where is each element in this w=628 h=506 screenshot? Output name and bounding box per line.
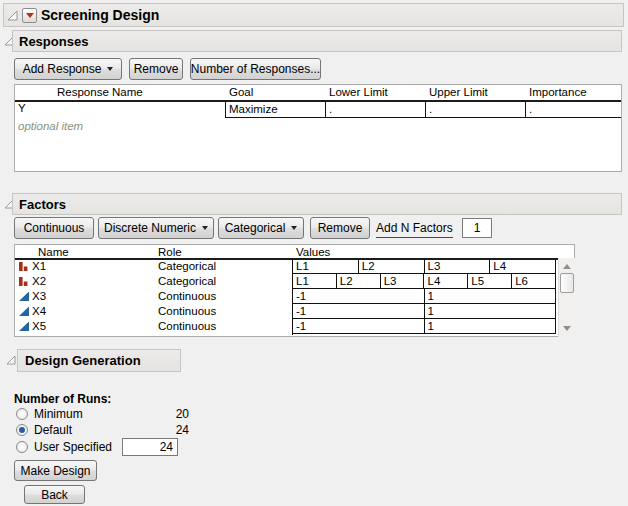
factors-scrollbar[interactable] (558, 258, 575, 337)
remove-factor-button[interactable]: Remove (310, 217, 370, 239)
factor-values: -1 1 (292, 304, 556, 319)
radio-default[interactable]: Default 24 (16, 423, 196, 437)
user-specified-input[interactable]: 24 (122, 438, 178, 456)
factor-row[interactable]: X1 Categorical L1 L2 L3 L4 (15, 259, 556, 274)
factor-row[interactable]: X5 Continuous -1 1 (15, 319, 556, 334)
scrollbar-thumb[interactable] (560, 273, 574, 293)
disclosure-icon[interactable] (6, 9, 19, 22)
value-cell[interactable]: L3 (425, 259, 491, 273)
value-cell[interactable]: L4 (490, 259, 556, 273)
red-triangle-menu-button[interactable] (22, 8, 37, 23)
number-of-responses-label: Number of Responses... (191, 62, 320, 76)
add-n-factors-label: Add N Factors (376, 221, 453, 238)
add-n-factors-value: 1 (474, 221, 481, 235)
factor-role[interactable]: Categorical (158, 260, 216, 272)
factor-name[interactable]: X1 (32, 260, 46, 272)
importance-cell[interactable]: . (525, 101, 621, 117)
factor-name[interactable]: X3 (32, 290, 46, 302)
radio-user-specified[interactable]: User Specified (16, 440, 120, 454)
factor-name[interactable]: X5 (32, 320, 46, 332)
optional-item-placeholder[interactable]: optional item (18, 120, 83, 132)
factor-row[interactable]: X3 Continuous -1 1 (15, 289, 556, 304)
categorical-label: Categorical (225, 221, 286, 235)
screening-design-header: Screening Design (3, 3, 624, 27)
screening-design-title: Screening Design (41, 7, 159, 23)
remove-response-button[interactable]: Remove (129, 58, 183, 80)
default-value: 24 (126, 423, 189, 437)
continuous-button[interactable]: Continuous (14, 217, 94, 239)
value-cell[interactable]: 1 (425, 289, 557, 303)
value-cell[interactable]: L2 (337, 274, 381, 288)
chevron-down-icon (107, 67, 113, 71)
add-response-button[interactable]: Add Response (14, 58, 122, 80)
continuous-label: Continuous (24, 221, 85, 235)
minimum-value: 20 (126, 407, 189, 421)
factor-role[interactable]: Continuous (158, 320, 216, 332)
design-generation-title: Design Generation (25, 353, 141, 368)
factor-role[interactable]: Categorical (158, 275, 216, 287)
response-name-cell[interactable]: Y (18, 102, 26, 114)
value-cell[interactable]: L4 (424, 274, 468, 288)
factors-header: Factors (12, 193, 622, 215)
remove-factor-label: Remove (318, 221, 363, 235)
factor-row[interactable]: X2 Categorical L1 L2 L3 L4 L5 L6 (15, 274, 556, 289)
col-response-name: Response Name (57, 86, 143, 98)
value-cell[interactable]: L5 (468, 274, 512, 288)
factor-role[interactable]: Continuous (158, 290, 216, 302)
design-generation-disclosure-icon[interactable] (5, 354, 17, 366)
radio-selected-icon[interactable] (16, 424, 28, 436)
value-cell[interactable]: L2 (359, 259, 425, 273)
response-row-cells: Maximize . . . (225, 101, 621, 118)
radio-icon[interactable] (16, 408, 28, 420)
factor-values: -1 1 (292, 319, 556, 334)
lower-limit-cell[interactable]: . (325, 101, 425, 117)
back-button[interactable]: Back (24, 485, 85, 504)
discrete-numeric-button[interactable]: Discrete Numeric (98, 217, 214, 239)
value-cell[interactable]: 1 (425, 319, 557, 333)
factor-row[interactable]: X4 Continuous -1 1 (15, 304, 556, 319)
factor-name[interactable]: X2 (32, 275, 46, 287)
factors-table: Name Role Values X1 Categorical L1 L2 L3… (14, 244, 575, 337)
remove-response-label: Remove (134, 62, 179, 76)
add-response-label: Add Response (23, 62, 102, 76)
value-cell[interactable]: L6 (512, 274, 556, 288)
value-cell[interactable]: 1 (425, 304, 557, 318)
factor-role[interactable]: Continuous (158, 305, 216, 317)
factor-values: L1 L2 L3 L4 (292, 259, 556, 274)
make-design-label: Make Design (20, 464, 90, 478)
discrete-numeric-label: Discrete Numeric (104, 221, 196, 235)
design-generation-header: Design Generation (17, 349, 181, 372)
scroll-up-icon[interactable] (563, 264, 571, 269)
col-goal: Goal (229, 86, 253, 98)
categorical-icon (18, 275, 30, 290)
value-cell[interactable]: -1 (293, 289, 425, 303)
red-triangle-icon (26, 13, 34, 18)
col-role: Role (158, 246, 182, 258)
categorical-button[interactable]: Categorical (218, 217, 304, 239)
upper-limit-cell[interactable]: . (425, 101, 525, 117)
radio-minimum[interactable]: Minimum 20 (16, 407, 196, 421)
value-cell[interactable]: L1 (293, 259, 359, 273)
col-importance: Importance (529, 86, 587, 98)
back-label: Back (41, 488, 68, 502)
goal-cell[interactable]: Maximize (225, 101, 325, 117)
add-n-factors-input[interactable]: 1 (462, 218, 492, 238)
number-of-runs-label: Number of Runs: (14, 392, 111, 406)
make-design-button[interactable]: Make Design (14, 460, 97, 481)
number-of-responses-button[interactable]: Number of Responses... (190, 58, 321, 80)
col-upper-limit: Upper Limit (429, 86, 488, 98)
radio-icon[interactable] (16, 441, 28, 453)
chevron-down-icon (291, 226, 297, 230)
scroll-down-icon[interactable] (563, 326, 571, 331)
user-specified-label: User Specified (34, 440, 112, 454)
responses-title: Responses (19, 34, 88, 49)
default-label: Default (34, 423, 72, 437)
value-cell[interactable]: -1 (293, 319, 425, 333)
factor-name[interactable]: X4 (32, 305, 46, 317)
value-cell[interactable]: L1 (293, 274, 337, 288)
minimum-label: Minimum (34, 407, 83, 421)
responses-table: Response Name Goal Lower Limit Upper Lim… (14, 84, 622, 172)
value-cell[interactable]: L3 (381, 274, 425, 288)
categorical-icon (18, 260, 30, 275)
value-cell[interactable]: -1 (293, 304, 425, 318)
